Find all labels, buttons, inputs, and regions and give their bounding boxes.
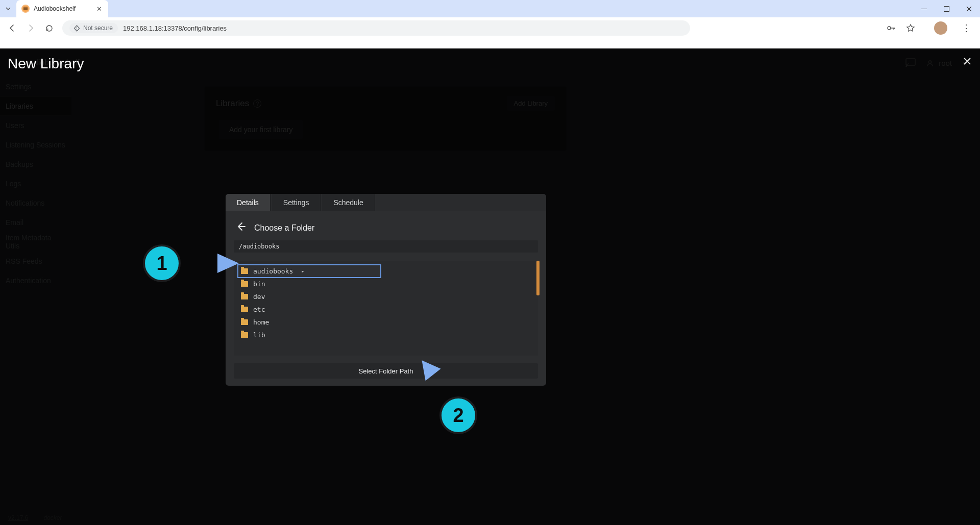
folder-icon [241, 281, 248, 287]
svg-text:!: ! [76, 26, 77, 31]
nav-forward-button[interactable] [22, 20, 39, 36]
folder-icon [241, 294, 248, 299]
password-key-icon[interactable] [884, 21, 898, 35]
modal-title: New Library [8, 56, 84, 72]
tab-close-icon[interactable]: ✕ [96, 5, 102, 13]
folder-row-audiobooks[interactable]: audiobooks▸ [238, 265, 381, 278]
modal-tab-schedule[interactable]: Schedule [322, 194, 375, 211]
profile-avatar[interactable] [934, 21, 947, 35]
folder-row-lib[interactable]: lib [238, 329, 538, 341]
modal-tabstrip: DetailsSettingsSchedule [226, 194, 546, 211]
tab-favicon [21, 5, 30, 13]
browser-toolbar: ! Not secure 192.168.1.18:13378/config/l… [0, 17, 980, 39]
modal-close-button[interactable] [961, 55, 974, 68]
svg-rect-2 [23, 7, 28, 8]
folder-path-input[interactable] [234, 240, 538, 253]
svg-point-6 [888, 27, 891, 30]
app-viewport: audiobookshelf root ▾ SettingsLibrariesU… [0, 48, 980, 525]
security-label: Not secure [83, 24, 113, 32]
svg-rect-1 [23, 8, 28, 10]
svg-rect-3 [921, 9, 927, 9]
folder-row-home[interactable]: home [238, 316, 538, 329]
folder-icon [241, 332, 248, 338]
folder-name: etc [253, 306, 265, 313]
scrollbar-thumb[interactable] [536, 261, 540, 295]
bookmark-star-icon[interactable] [903, 21, 918, 35]
window-minimize-button[interactable] [913, 0, 935, 17]
chooser-title: Choose a Folder [254, 223, 314, 233]
url-text: 192.168.1.18:13378/config/libraries [123, 24, 227, 32]
tabs-dropdown-button[interactable] [0, 0, 16, 17]
tab-title: Audiobookshelf [34, 5, 92, 12]
folder-browser: audiobooks▸bindevetchomelib [234, 261, 538, 356]
folder-name: audiobooks [253, 267, 293, 275]
browser-tab[interactable]: Audiobookshelf ✕ [16, 0, 108, 17]
folder-name: bin [253, 280, 265, 288]
folder-icon [241, 319, 248, 325]
browser-tabstrip: Audiobookshelf ✕ [0, 0, 980, 17]
folder-row-dev[interactable]: dev [238, 290, 538, 303]
nav-reload-button[interactable] [41, 20, 57, 36]
security-chip[interactable]: ! Not secure [69, 23, 118, 33]
window-close-button[interactable] [958, 0, 980, 17]
new-library-modal: DetailsSettingsSchedule Choose a Folder … [226, 194, 546, 386]
select-folder-path-button[interactable]: Select Folder Path [234, 363, 538, 379]
folder-icon [241, 307, 248, 312]
nav-back-button[interactable] [4, 20, 20, 36]
address-bar[interactable]: ! Not secure 192.168.1.18:13378/config/l… [62, 20, 690, 36]
folder-row-bin[interactable]: bin [238, 278, 538, 290]
modal-tab-settings[interactable]: Settings [272, 194, 321, 211]
folder-name: dev [253, 293, 265, 301]
folder-name: lib [253, 331, 265, 339]
folder-name: home [253, 318, 269, 326]
svg-rect-4 [944, 6, 949, 11]
modal-tab-details[interactable]: Details [226, 194, 271, 211]
back-arrow-button[interactable] [236, 221, 246, 234]
chevron-right-icon: ▸ [301, 268, 304, 274]
folder-icon [241, 268, 248, 274]
window-maximize-button[interactable] [935, 0, 958, 17]
browser-menu-button[interactable]: ⋮ [962, 22, 971, 34]
folder-row-etc[interactable]: etc [238, 303, 538, 316]
